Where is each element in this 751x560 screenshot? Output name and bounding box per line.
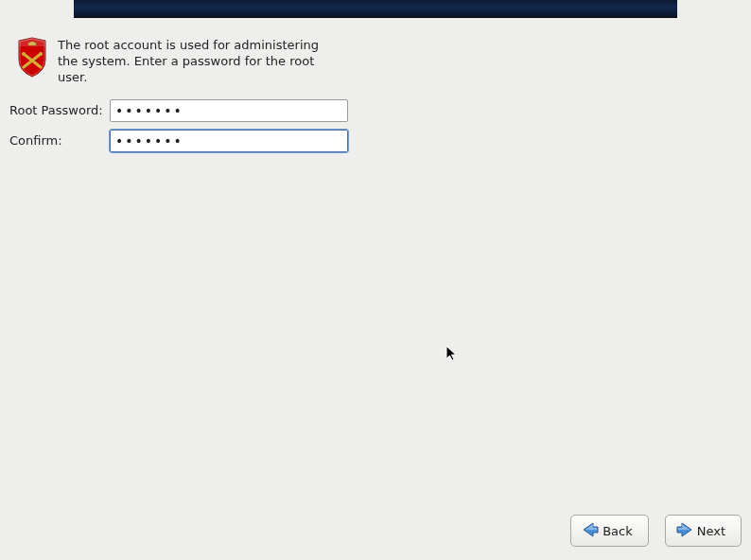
back-button-label: Back	[603, 524, 633, 538]
root-password-label: Root Password:	[9, 103, 110, 117]
root-shield-icon	[16, 37, 48, 79]
arrow-left-icon	[581, 520, 600, 542]
root-password-input[interactable]	[110, 99, 348, 122]
next-button-label: Next	[697, 524, 725, 538]
header-banner	[74, 0, 677, 18]
info-section: The root account is used for administeri…	[0, 18, 751, 86]
password-form: Root Password: Confirm:	[0, 86, 751, 152]
confirm-password-input[interactable]	[110, 130, 348, 152]
confirm-label: Confirm:	[9, 133, 110, 148]
info-text: The root account is used for administeri…	[58, 38, 327, 86]
next-button[interactable]: Next	[665, 515, 742, 547]
back-button[interactable]: Back	[570, 515, 649, 547]
mouse-cursor-icon	[445, 345, 459, 362]
svg-point-3	[39, 52, 43, 56]
arrow-right-icon	[675, 520, 694, 542]
navigation-buttons: Back Next	[570, 515, 742, 547]
svg-point-2	[22, 52, 26, 56]
